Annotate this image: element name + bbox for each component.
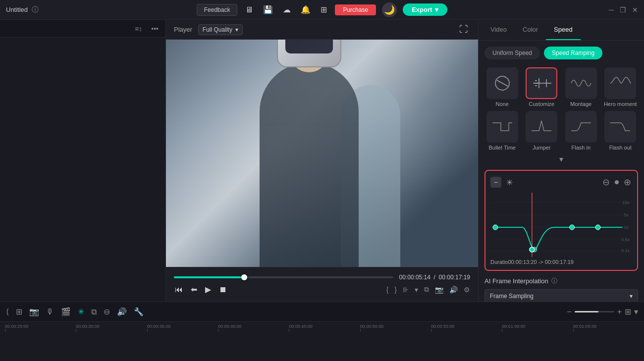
mark-out-icon[interactable]: } bbox=[394, 286, 397, 294]
purchase-button[interactable]: Purchase bbox=[335, 4, 376, 15]
preset-none[interactable]: None bbox=[484, 67, 520, 107]
overlay-icon[interactable]: ⧉ bbox=[424, 285, 429, 294]
preset-customize[interactable]: Customize bbox=[524, 67, 560, 107]
grid-icon[interactable]: ⊞ bbox=[319, 3, 329, 16]
monitor-icon[interactable]: 🖥 bbox=[243, 3, 255, 16]
skip-back-button[interactable]: ⏮ bbox=[174, 284, 184, 295]
zoom-minus-tl[interactable]: ⊖ bbox=[104, 307, 110, 316]
grid-tl-icon[interactable]: ⊞ bbox=[625, 307, 631, 316]
ruler-mark-0: 00:00:25:00 bbox=[5, 322, 76, 332]
person-head bbox=[289, 40, 329, 72]
more-options-icon[interactable]: ••• bbox=[149, 23, 161, 35]
undo-icon[interactable]: ⟨ bbox=[6, 307, 9, 316]
progress-handle[interactable] bbox=[241, 274, 247, 280]
snapshot-icon[interactable]: 📷 bbox=[435, 286, 443, 294]
person-silhouette bbox=[260, 62, 359, 267]
save-icon[interactable]: 💾 bbox=[261, 3, 275, 16]
speed-ramping-button[interactable]: Speed Ramping bbox=[544, 47, 602, 59]
export-button[interactable]: Export ▾ bbox=[403, 3, 447, 16]
maximize-button[interactable]: ❐ bbox=[620, 6, 626, 14]
duration-text: Duratio00:00:13:20 -> 00:00:17:19 bbox=[490, 259, 632, 265]
chevron-tl-icon[interactable]: ▾ bbox=[634, 307, 638, 316]
time-display: 00:00:05:14 / 00:00:17:19 bbox=[399, 274, 470, 281]
fx-icon[interactable]: ✳ bbox=[78, 307, 84, 316]
ruler-mark-5: 00:00:50:00 bbox=[360, 322, 431, 332]
zoom-bar bbox=[575, 311, 614, 312]
title-info-icon[interactable]: ⓘ bbox=[32, 5, 39, 14]
curve-zoom-out-button[interactable]: ⊖ bbox=[601, 176, 611, 189]
curve-remove-button[interactable]: − bbox=[490, 177, 501, 188]
preset-jumper[interactable]: Jumper bbox=[524, 111, 560, 151]
clip-split-icon[interactable]: ⊪ bbox=[403, 286, 409, 294]
minimize-button[interactable]: ─ bbox=[609, 6, 614, 14]
timeline-track-icon[interactable]: ⊞ bbox=[16, 307, 22, 316]
feedback-button[interactable]: Feedback bbox=[197, 4, 238, 16]
theme-toggle[interactable]: 🌙 bbox=[382, 2, 397, 17]
preset-flash-in-icon bbox=[565, 111, 597, 143]
stop-button[interactable]: ⏹ bbox=[218, 284, 228, 295]
camera-icon[interactable]: 📷 bbox=[29, 307, 39, 316]
curve-zoom-in-button[interactable]: ⊕ bbox=[623, 176, 632, 189]
tab-speed[interactable]: Speed bbox=[546, 20, 581, 40]
preset-hero[interactable]: Hero moment bbox=[603, 67, 639, 107]
clip-copy-icon[interactable]: ▾ bbox=[415, 286, 418, 294]
timeline-area: ⟨ ⊞ 📷 🎙 🎬 ✳ ⧉ ⊖ 🔊 🔧 − + ⊞ ▾ 00:00:25:00 bbox=[0, 302, 644, 361]
app-title: Untitled bbox=[6, 6, 28, 13]
frame-back-button[interactable]: ⬅ bbox=[190, 284, 198, 295]
overlay-icon-tl[interactable]: ⧉ bbox=[91, 308, 97, 316]
media-icon[interactable]: 🎬 bbox=[61, 307, 71, 316]
svg-line-1 bbox=[497, 80, 508, 86]
notification-icon[interactable]: 🔔 bbox=[299, 3, 313, 16]
player-label: Player bbox=[174, 26, 192, 33]
expand-presets-button[interactable]: ▾ bbox=[559, 155, 563, 164]
zoom-in-button[interactable]: + bbox=[617, 308, 622, 316]
ruler-marks: 00:00:25:00 00:00:30:00 00:00:35:00 00:0… bbox=[5, 322, 644, 332]
uniform-speed-button[interactable]: Uniform Speed bbox=[484, 47, 540, 59]
preset-montage[interactable]: Montage bbox=[563, 67, 599, 107]
preset-customize-label: Customize bbox=[529, 101, 554, 107]
svg-point-24 bbox=[595, 225, 600, 230]
volume-icon[interactable]: 🔊 bbox=[449, 286, 458, 294]
mic-icon[interactable]: 🎙 bbox=[46, 308, 54, 316]
vr-helmet bbox=[277, 40, 341, 67]
preset-flash-in[interactable]: Flash in bbox=[563, 111, 599, 151]
progress-bar[interactable] bbox=[174, 276, 393, 278]
ai-info-icon[interactable]: ⓘ bbox=[551, 277, 557, 285]
tab-color[interactable]: Color bbox=[515, 20, 546, 40]
left-panel-content bbox=[0, 38, 165, 302]
speed-type-row: Uniform Speed Speed Ramping bbox=[484, 47, 638, 59]
vol-tl[interactable]: 🔧 bbox=[134, 307, 144, 316]
speed-curve-editor: − ✳ ⊖ ⊕ bbox=[484, 170, 638, 271]
ruler-mark-1: 00:00:30:00 bbox=[76, 322, 147, 332]
preset-customize-icon bbox=[526, 67, 557, 99]
preset-bullet-label: Bullet Time bbox=[489, 145, 516, 151]
preset-jumper-icon bbox=[526, 111, 557, 143]
play-button[interactable]: ▶ bbox=[204, 284, 212, 295]
preset-bullet-time[interactable]: Bullet Time bbox=[484, 111, 520, 151]
filter-icon[interactable]: ≡↕ bbox=[133, 23, 144, 35]
preset-flash-out[interactable]: Flash out bbox=[603, 111, 639, 151]
preset-none-label: None bbox=[496, 101, 509, 107]
quality-select[interactable]: Full Quality ▾ bbox=[198, 24, 243, 35]
close-button[interactable]: ✕ bbox=[632, 6, 638, 14]
preset-montage-label: Montage bbox=[570, 101, 591, 107]
zoom-out-button[interactable]: − bbox=[567, 308, 571, 316]
progress-fill bbox=[174, 276, 244, 278]
timeline-toolbar: ⟨ ⊞ 📷 🎙 🎬 ✳ ⧉ ⊖ 🔊 🔧 − + ⊞ ▾ bbox=[0, 302, 644, 322]
zoom-plus-tl[interactable]: 🔊 bbox=[117, 307, 127, 316]
preset-none-icon bbox=[486, 67, 518, 99]
cloud-upload-icon[interactable]: ☁ bbox=[281, 3, 293, 16]
ai-select[interactable]: Frame Sampling ▾ bbox=[484, 289, 638, 302]
curve-snowflake-button[interactable]: ✳ bbox=[505, 177, 514, 188]
fullscreen-icon[interactable]: ⛶ bbox=[457, 22, 470, 37]
svg-text:10x: 10x bbox=[622, 200, 630, 205]
curve-dot bbox=[615, 180, 619, 184]
mark-in-icon[interactable]: { bbox=[386, 286, 389, 294]
settings-icon[interactable]: ⚙ bbox=[464, 286, 470, 294]
expand-row: ▾ bbox=[484, 155, 638, 164]
preset-jumper-label: Jumper bbox=[533, 145, 551, 151]
tab-video[interactable]: Video bbox=[483, 20, 515, 40]
speed-presets-row2: Bullet Time Jumper bbox=[484, 111, 638, 151]
left-panel: ≡↕ ••• bbox=[0, 20, 166, 302]
speed-presets-row1: None bbox=[484, 67, 638, 107]
